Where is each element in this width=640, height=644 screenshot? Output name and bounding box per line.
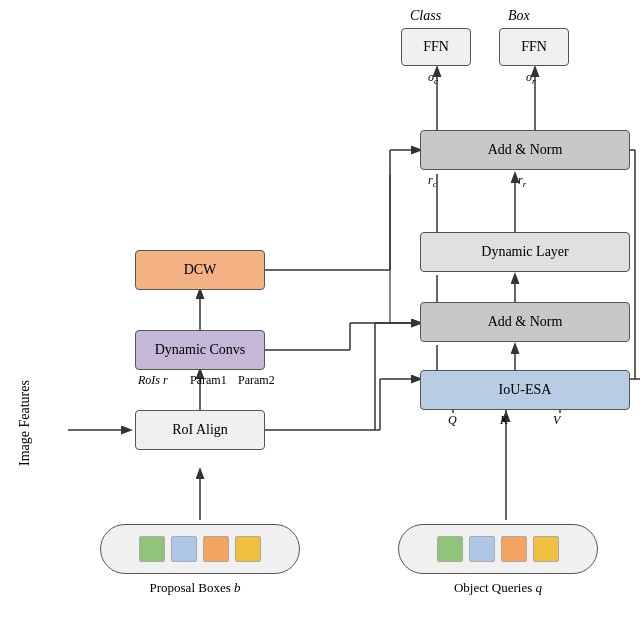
rr-label: rr [518,173,526,189]
sq-orange-proposal [203,536,229,562]
object-queries-capsule [398,524,598,574]
dcw-text: DCW [184,262,217,278]
proposal-boxes-label: Proposal Boxes b [90,580,300,596]
add-norm-bottom-text: Add & Norm [488,314,563,330]
q-label: Q [448,413,457,428]
ffn-box-text: FFN [521,39,547,55]
proposal-boxes-capsule [100,524,300,574]
param2-label: Param2 [238,373,275,388]
sq-yellow-query [533,536,559,562]
sq-green-proposal [139,536,165,562]
sq-yellow-proposal [235,536,261,562]
rc-label: rc [428,173,437,189]
dynamic-convs-box: Dynamic Convs [135,330,265,370]
add-norm-top-box: Add & Norm [420,130,630,170]
iou-esa-box: IoU-ESA [420,370,630,410]
add-norm-bottom-box: Add & Norm [420,302,630,342]
ffn-box-box: FFN [499,28,569,66]
roi-align-text: RoI Align [172,422,228,438]
oc-label: oc [428,70,438,86]
dynamic-layer-box: Dynamic Layer [420,232,630,272]
or-label: or [526,70,536,86]
add-norm-top-text: Add & Norm [488,142,563,158]
box-label: Box [508,8,530,24]
ffn-class-text: FFN [423,39,449,55]
rois-r-label: RoIs r [138,373,168,388]
iou-esa-text: IoU-ESA [499,382,552,398]
k-label: K [500,413,508,428]
sq-orange-query [501,536,527,562]
dynamic-layer-text: Dynamic Layer [481,244,568,260]
ffn-class-box: FFN [401,28,471,66]
roi-align-box: RoI Align [135,410,265,450]
image-features-label: Image Features [17,380,33,466]
sq-green-query [437,536,463,562]
v-label: V [553,413,560,428]
object-queries-label: Object Queries q [388,580,608,596]
architecture-diagram: Class Box FFN FFN oc or Add & Norm rc rr… [0,0,640,644]
sq-blue-query [469,536,495,562]
dynamic-convs-text: Dynamic Convs [155,342,246,358]
sq-blue-proposal [171,536,197,562]
param1-label: Param1 [190,373,227,388]
dcw-box: DCW [135,250,265,290]
class-label: Class [410,8,441,24]
